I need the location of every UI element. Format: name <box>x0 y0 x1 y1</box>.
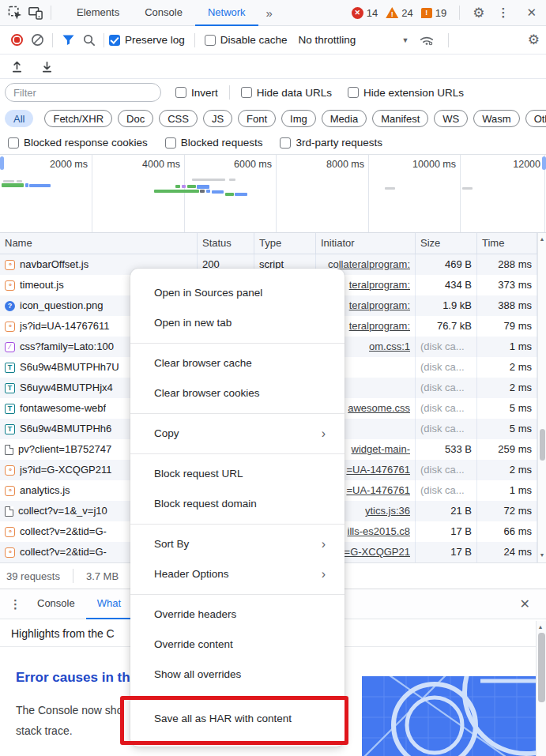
issues-badge[interactable]: !19 <box>421 7 446 19</box>
chip-media[interactable]: Media <box>322 110 367 127</box>
menu-item-override-headers[interactable]: Override headers <box>130 600 345 630</box>
initiator-link[interactable]: =UA-1476761 <box>346 480 410 501</box>
menu-item-open-in-sources-panel[interactable]: Open in Sources panel <box>130 278 345 308</box>
throttling-select[interactable]: No throttling ▼ <box>299 34 409 46</box>
search-icon[interactable] <box>78 30 99 51</box>
filter-input[interactable] <box>5 83 161 102</box>
menu-item-header-options[interactable]: Header Options› <box>130 559 345 589</box>
record-network-log-button[interactable] <box>6 30 27 51</box>
network-overview-timeline[interactable]: 2000 ms4000 ms6000 ms8000 ms10000 ms1200… <box>0 155 546 233</box>
whats-new-article-heading[interactable]: Error causes in th <box>16 670 130 686</box>
menu-item-sort-by[interactable]: Sort By› <box>130 529 345 559</box>
menu-item-show-all-overrides[interactable]: Show all overrides <box>130 660 345 690</box>
column-header-size[interactable]: Size <box>416 233 477 254</box>
inspect-element-icon[interactable] <box>5 2 25 23</box>
initiator-link[interactable]: ytics.js:36 <box>365 501 410 521</box>
waterfall-bar <box>385 187 395 190</box>
filter-icon[interactable] <box>58 30 78 51</box>
css-type-icon: ∕ <box>5 342 15 352</box>
network-settings-gear-icon[interactable]: ⚙ <box>528 33 540 47</box>
import-har-icon[interactable] <box>36 56 57 77</box>
column-header-status[interactable]: Status <box>198 233 254 254</box>
more-tabs-button[interactable]: » <box>258 1 281 25</box>
drawer-tab-whats-new[interactable]: What <box>86 589 132 619</box>
menu-item-copy[interactable]: Copy› <box>130 419 345 449</box>
initiator-link[interactable]: widget-main- <box>352 439 410 460</box>
drawer-tab-console[interactable]: Console <box>26 589 86 619</box>
settings-gear-icon[interactable]: ⚙ <box>473 6 484 20</box>
scroll-down-icon[interactable]: ▼ <box>538 552 546 558</box>
issues-icon: ! <box>421 8 432 18</box>
chip-img[interactable]: Img <box>281 110 316 127</box>
chip-all[interactable]: All <box>5 110 33 127</box>
chip-font[interactable]: Font <box>238 110 276 127</box>
initiator-link[interactable]: teralprogram: <box>349 275 410 295</box>
menu-item-open-in-new-tab[interactable]: Open in new tab <box>130 308 345 338</box>
tab-network[interactable]: Network <box>195 0 258 26</box>
menu-item-override-content[interactable]: Override content <box>130 630 345 660</box>
har-row <box>0 55 546 79</box>
initiator-link[interactable]: om.css:1 <box>369 337 410 357</box>
menu-item-clear-browser-cache[interactable]: Clear browser cache <box>130 348 345 378</box>
column-header-type[interactable]: Type <box>254 233 316 254</box>
overview-left-handle[interactable] <box>0 156 4 170</box>
blocked-requests-checkbox[interactable] <box>165 137 176 149</box>
clear-network-log-icon[interactable] <box>27 30 47 51</box>
column-header-initiator[interactable]: Initiator <box>316 233 416 254</box>
close-devtools-icon[interactable]: ✕ <box>522 6 541 20</box>
menu-item-block-request-domain[interactable]: Block request domain <box>130 489 345 519</box>
timeline-gridline <box>460 155 461 232</box>
drawer-scrollbar[interactable]: ▲ <box>536 621 546 756</box>
table-scrollbar[interactable]: ▲ ▼ <box>537 233 546 562</box>
request-size: 17 B <box>416 542 477 562</box>
3rd-party-requests-checkbox[interactable] <box>280 137 291 149</box>
warning-badge[interactable]: 24 <box>386 7 412 19</box>
menu-item-save-all-as-har-with-content[interactable]: Save all as HAR with content <box>130 699 345 739</box>
scrollbar-thumb[interactable] <box>540 429 545 461</box>
initiator-link[interactable]: =G-XCQGP21 <box>345 542 410 562</box>
submenu-chevron-icon: › <box>322 529 326 559</box>
export-har-icon[interactable] <box>6 56 27 77</box>
tab-console[interactable]: Console <box>132 0 195 26</box>
scroll-up-icon[interactable]: ▲ <box>537 624 544 630</box>
hide-data-urls-checkbox[interactable] <box>241 87 252 98</box>
chip-other[interactable]: Other <box>525 110 546 127</box>
script-type-icon: ‹› <box>5 527 15 537</box>
tab-elements[interactable]: Elements <box>64 0 132 26</box>
error-count: 14 <box>367 7 378 19</box>
column-header-time[interactable]: Time <box>477 233 537 254</box>
chip-ws[interactable]: WS <box>434 110 468 127</box>
error-badge[interactable]: ✕14 <box>352 7 378 19</box>
device-toolbar-icon[interactable] <box>25 2 46 23</box>
scrollbar-thumb[interactable] <box>538 633 545 702</box>
initiator-link[interactable]: awesome.css <box>348 398 410 419</box>
invert-checkbox[interactable] <box>175 87 186 98</box>
divider <box>52 33 53 47</box>
preserve-log-checkbox[interactable] <box>109 35 120 46</box>
menu-item-clear-browser-cookies[interactable]: Clear browser cookies <box>130 378 345 408</box>
initiator-link[interactable]: ills-es2015.c8 <box>348 521 411 542</box>
initiator-link[interactable]: =UA-1476761 <box>346 460 410 480</box>
chip-css[interactable]: CSS <box>159 110 198 127</box>
network-conditions-icon[interactable] <box>416 30 437 51</box>
blocked-response-cookies-checkbox[interactable] <box>8 137 19 149</box>
kebab-menu-icon[interactable]: ⋮ <box>492 6 514 20</box>
overview-right-handle[interactable] <box>542 156 546 170</box>
divider <box>104 33 104 47</box>
chip-manifest[interactable]: Manifest <box>372 110 428 127</box>
drawer-kebab-menu-icon[interactable]: ⋮ <box>5 597 26 611</box>
initiator-link[interactable]: teralprogram: <box>349 316 410 337</box>
disable-cache-checkbox[interactable] <box>205 35 216 46</box>
scroll-up-icon[interactable]: ▲ <box>538 236 546 242</box>
chip-js[interactable]: JS <box>203 110 232 127</box>
request-size: (disk ca... <box>416 419 477 439</box>
initiator-link[interactable]: teralprogram: <box>349 295 410 316</box>
chip-wasm[interactable]: Wasm <box>473 110 519 127</box>
chip-fetch-xhr[interactable]: Fetch/XHR <box>44 110 112 127</box>
close-drawer-icon[interactable]: ✕ <box>515 596 535 611</box>
column-header-name[interactable]: Name <box>0 233 198 254</box>
menu-item-block-request-url[interactable]: Block request URL <box>130 459 345 489</box>
hide-extension-urls-checkbox[interactable] <box>348 87 359 98</box>
chip-doc[interactable]: Doc <box>118 110 153 127</box>
waterfall-bar <box>462 187 473 190</box>
